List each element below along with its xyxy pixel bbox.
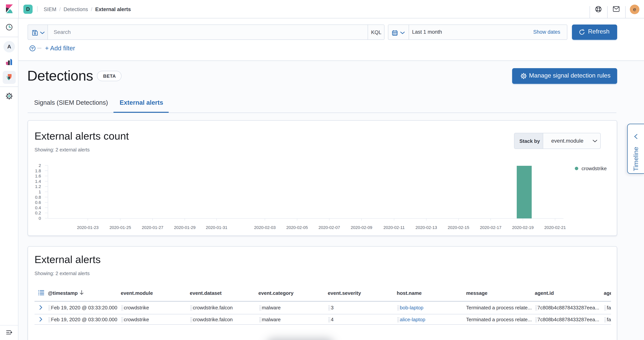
svg-text:1.6: 1.6 <box>35 174 41 178</box>
svg-text:1.2: 1.2 <box>35 184 41 189</box>
svg-text:0.6: 0.6 <box>35 200 41 205</box>
svg-text:1.8: 1.8 <box>35 169 41 173</box>
svg-text:2020-02-07: 2020-02-07 <box>318 225 340 230</box>
svg-text:1: 1 <box>39 189 41 194</box>
svg-text:0: 0 <box>39 216 41 221</box>
svg-text:0.4: 0.4 <box>35 205 41 210</box>
svg-text:2020-02-05: 2020-02-05 <box>286 225 308 230</box>
svg-text:2: 2 <box>39 163 41 168</box>
svg-text:2020-02-21: 2020-02-21 <box>544 225 566 230</box>
svg-text:2020-02-09: 2020-02-09 <box>351 225 372 230</box>
svg-text:2020-02-13: 2020-02-13 <box>416 225 437 230</box>
svg-text:2020-01-27: 2020-01-27 <box>142 225 164 230</box>
svg-text:2020-01-29: 2020-01-29 <box>174 225 196 230</box>
svg-text:2020-01-31: 2020-01-31 <box>206 225 228 230</box>
svg-text:2020-02-11: 2020-02-11 <box>384 225 405 230</box>
svg-text:2020-01-25: 2020-01-25 <box>110 225 131 230</box>
svg-text:2020-02-15: 2020-02-15 <box>448 225 470 230</box>
svg-text:2020-02-03: 2020-02-03 <box>254 225 276 230</box>
svg-text:2020-01-23: 2020-01-23 <box>77 225 99 230</box>
svg-text:0.8: 0.8 <box>35 195 41 200</box>
svg-text:2020-02-17: 2020-02-17 <box>480 225 502 230</box>
svg-text:1.4: 1.4 <box>35 179 41 184</box>
svg-text:0.2: 0.2 <box>35 211 41 215</box>
svg-text:2020-02-19: 2020-02-19 <box>512 225 534 230</box>
svg-text:crowdstrike: crowdstrike <box>582 166 606 171</box>
